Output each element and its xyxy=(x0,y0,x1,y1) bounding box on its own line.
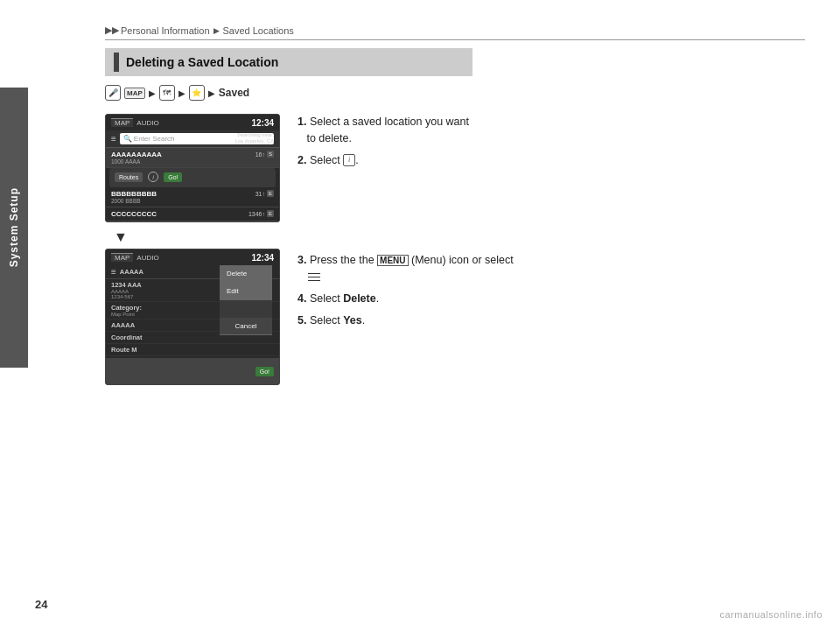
step2-number: 2. xyxy=(298,154,306,166)
step5-pre: Select xyxy=(310,314,340,327)
screen1-go-btn[interactable]: Go! xyxy=(164,172,182,182)
step1-text: Select a saved location you want xyxy=(310,116,469,128)
breadcrumb: ▶▶ Personal Information ▶ Saved Location… xyxy=(105,25,805,40)
step-3: 3. Press the the MENU (Menu) icon or sel… xyxy=(298,252,805,285)
breadcrumb-arrows: ▶▶ xyxy=(105,25,119,36)
screen1: MAP AUDIO 12:34 ≡ 🔍 Enter Search Searchi… xyxy=(105,114,280,222)
screen1-item2-name: BBBBBBBBB xyxy=(111,190,157,198)
screen2-first-item-name: AAAAA xyxy=(120,268,144,276)
step3-pre: Press the xyxy=(310,254,356,266)
step3-menu-icon: MENU xyxy=(377,255,408,266)
screen2-list-content: ≡ AAAAA 1234 AAA AAAAA 1234-567 Category… xyxy=(106,265,279,384)
screen2-go-btn[interactable]: Go! xyxy=(256,367,274,376)
screen1-searchbar: ≡ 🔍 Enter Search Searching near: Los Ang… xyxy=(106,130,279,148)
step2-info-icon: i xyxy=(343,154,355,166)
path-map-icon: MAP xyxy=(124,88,145,99)
screen2-menu-icon[interactable]: ≡ xyxy=(111,267,116,277)
step4-bold: Delete xyxy=(343,292,376,305)
screen1-list: AAAAAAAAAA 1000 AAAA 16↑ S Routes i xyxy=(106,148,279,221)
screen1-item2-sub: 2000 BBBB xyxy=(111,198,157,204)
screen2-audio-tab[interactable]: AUDIO xyxy=(136,254,158,262)
path-icon2: 🗺 xyxy=(159,85,175,101)
screen1-item1-dist: 16↑ S xyxy=(256,151,274,158)
screen2-time: 12:34 xyxy=(251,253,274,263)
screen1-info-popup: Routes i Go! xyxy=(109,168,276,187)
screen1-audio-tab[interactable]: AUDIO xyxy=(136,119,158,127)
step3-number: 3. xyxy=(298,254,306,266)
path-play2: ▶ xyxy=(178,88,186,98)
screen1-popup-row: Routes i Go! xyxy=(115,172,270,182)
screen1-map-tab[interactable]: MAP xyxy=(111,118,133,127)
screen1-audio-tab-label: AUDIO xyxy=(136,119,158,127)
screen1-item-1[interactable]: AAAAAAAAAA 1000 AAAA 16↑ S xyxy=(106,148,279,168)
screen1-item-2[interactable]: BBBBBBBBB 2000 BBBB 31↑ E xyxy=(106,187,279,207)
screen1-item1-badge: S xyxy=(267,151,274,158)
screen1-search-placeholder: Enter Search xyxy=(134,135,175,143)
screen1-item3-badge: E xyxy=(267,210,274,217)
sidebar-label: System Setup xyxy=(0,88,28,368)
path-play3: ▶ xyxy=(208,88,215,98)
screen1-info-icon[interactable]: i xyxy=(148,172,158,182)
screen1-searching-near: Searching near: xyxy=(235,132,274,138)
screen1-menu-icon[interactable]: ≡ xyxy=(111,134,116,144)
path-play1: ▶ xyxy=(149,88,156,98)
section-title: Deleting a Saved Location xyxy=(126,55,278,69)
sidebar-text: System Setup xyxy=(8,187,20,267)
step5-number: 5. xyxy=(298,314,306,327)
step-2: 2. Select i. xyxy=(298,152,805,169)
step4-number: 4. xyxy=(298,292,306,305)
screen1-location-info: Searching near: Los Angeles, CA xyxy=(235,132,274,144)
step-4: 4. Select Delete. xyxy=(298,291,805,307)
screen2-cancel-option[interactable]: Cancel xyxy=(220,318,272,335)
down-arrow: ▼ xyxy=(114,229,280,245)
screen2-map-tab-label: MAP xyxy=(115,254,130,262)
screen1-location: Los Angeles, CA xyxy=(235,138,274,144)
path-mic-icon: 🎤 xyxy=(105,85,121,101)
screen2-map-tab[interactable]: MAP xyxy=(111,253,133,262)
step2-pre: Select xyxy=(310,154,340,166)
page-number: 24 xyxy=(35,598,47,611)
step5-bold: Yes xyxy=(343,314,362,327)
path-row: 🎤 MAP ▶ 🗺 ▶ ⭐ ▶ Saved xyxy=(105,85,805,101)
screen1-item1-name: AAAAAAAAAA xyxy=(111,151,162,158)
screen1-item-3[interactable]: CCCCCCCCC 1346↑ E xyxy=(106,207,279,221)
breadcrumb-part1: Personal Information xyxy=(121,25,210,36)
screen1-item2-dist: 31↑ E xyxy=(256,190,274,197)
step-spacer xyxy=(298,182,805,252)
screen2-audio-tab-label: AUDIO xyxy=(136,254,158,262)
screen2: MAP AUDIO 12:34 ≡ AAAAA 1234 AAA A xyxy=(105,249,280,385)
step3-hamburger-icon xyxy=(308,272,320,283)
step1b-text: to delete. xyxy=(306,132,351,144)
path-saved: Saved xyxy=(219,87,249,99)
instructions-column: 1. Select a saved location you want to d… xyxy=(298,114,805,342)
step-5: 5. Select Yes. xyxy=(298,312,805,329)
section-header: Deleting a Saved Location xyxy=(105,48,472,76)
steps-1-2: 1. Select a saved location you want to d… xyxy=(298,114,805,168)
screen1-item1-sub: 1000 AAAA xyxy=(111,158,162,165)
breadcrumb-part2: Saved Locations xyxy=(223,25,294,36)
screen2-overlay-menu: Delete Edit Cancel xyxy=(220,265,272,335)
path-icon3: ⭐ xyxy=(189,85,205,101)
screen2-topbar: MAP AUDIO 12:34 xyxy=(106,249,279,265)
screen1-item2-badge: E xyxy=(267,190,274,197)
screen2-list-item-5[interactable]: Route M xyxy=(106,344,279,356)
screen1-topbar: MAP AUDIO 12:34 xyxy=(106,115,279,130)
screen2-delete-option[interactable]: Delete xyxy=(220,265,272,283)
breadcrumb-arrow1: ▶ xyxy=(214,26,220,35)
step-1: 1. Select a saved location you want to d… xyxy=(298,114,805,147)
screen1-item3-name: CCCCCCCCC xyxy=(111,210,157,218)
screen1-map-tab-label: MAP xyxy=(115,119,130,127)
watermark: carmanualsonline.info xyxy=(719,609,822,620)
screen1-time: 12:34 xyxy=(251,118,274,128)
screen1-routes-btn[interactable]: Routes xyxy=(115,172,143,182)
screenshots-column: MAP AUDIO 12:34 ≡ 🔍 Enter Search Searchi… xyxy=(105,114,280,392)
screen1-item3-dist: 1346↑ E xyxy=(248,210,274,217)
screen2-edit-option[interactable]: Edit xyxy=(220,283,272,300)
main-content: Deleting a Saved Location 🎤 MAP ▶ 🗺 ▶ ⭐ … xyxy=(105,48,805,597)
step1-number: 1. xyxy=(298,116,306,128)
section-header-bar xyxy=(114,53,119,72)
steps-3-5: 3. Press the the MENU (Menu) icon or sel… xyxy=(298,252,805,328)
step4-pre: Select xyxy=(310,292,340,305)
screen1-search-icon: 🔍 xyxy=(123,135,132,143)
step3-post: (Menu) icon or select xyxy=(411,254,514,266)
